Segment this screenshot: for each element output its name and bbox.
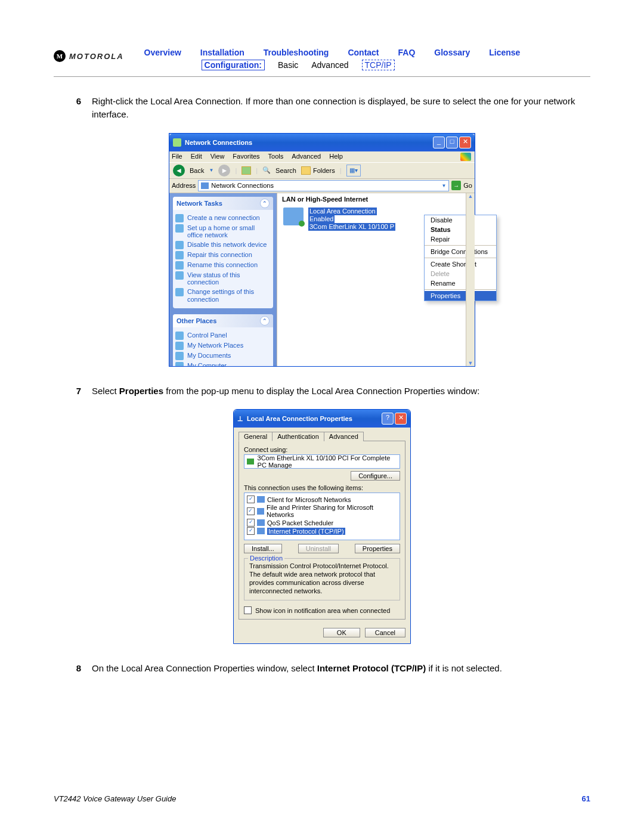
step-7: 7 Select Properties from the pop-up menu… <box>64 385 580 398</box>
titlebar[interactable]: ⊥ Local Area Connection Properties ? ✕ <box>234 410 410 428</box>
search-label[interactable]: Search <box>275 167 296 174</box>
nic-icon <box>247 459 254 465</box>
task-icon <box>175 261 184 270</box>
place-item[interactable]: Control Panel <box>175 332 271 340</box>
tab-authentication[interactable]: Authentication <box>272 432 324 441</box>
component-icon <box>257 496 265 503</box>
tab-advanced[interactable]: Advanced <box>324 432 364 441</box>
checkbox-icon[interactable]: ✓ <box>247 507 255 515</box>
nav-license[interactable]: License <box>489 48 520 57</box>
menu-edit[interactable]: Edit <box>191 153 202 161</box>
lan-connection-adapter: 3Com EtherLink XL 10/100 P <box>308 223 395 231</box>
place-item[interactable]: My Documents <box>175 352 271 360</box>
nav-troubleshooting[interactable]: Troubleshooting <box>264 48 329 57</box>
install-button[interactable]: Install... <box>244 544 282 553</box>
properties-button[interactable]: Properties <box>355 544 400 553</box>
task-item[interactable]: Change settings of this connection <box>175 288 271 303</box>
list-item[interactable]: ✓Client for Microsoft Networks <box>247 496 397 503</box>
view-button[interactable]: ▦▾ <box>346 165 361 176</box>
address-label: Address <box>172 182 196 189</box>
tab-general[interactable]: General <box>239 432 273 441</box>
task-item[interactable]: View status of this connection <box>175 271 271 286</box>
go-button[interactable]: → <box>451 181 461 190</box>
address-icon <box>201 182 209 189</box>
config-tcpip[interactable]: TCP/IP <box>362 60 395 70</box>
back-button[interactable]: ◄ <box>173 165 185 176</box>
menu-bridge[interactable]: Bridge Connections <box>425 247 496 256</box>
place-item[interactable]: My Network Places <box>175 342 271 350</box>
other-places-panel: Other Places ⌃ Control Panel My Network … <box>173 314 273 366</box>
task-item[interactable]: Rename this connection <box>175 261 271 270</box>
menu-properties[interactable]: Properties <box>425 291 496 301</box>
close-button[interactable]: ✕ <box>459 137 471 148</box>
dropdown-icon[interactable]: ▼ <box>441 183 446 188</box>
back-dropdown-icon[interactable]: ▼ <box>209 168 213 173</box>
collapse-icon[interactable]: ⌃ <box>260 316 270 326</box>
go-label[interactable]: Go <box>463 182 472 189</box>
nav-faq[interactable]: FAQ <box>398 48 416 57</box>
menu-rename[interactable]: Rename <box>425 278 496 288</box>
menu-repair[interactable]: Repair <box>425 234 496 244</box>
configure-button[interactable]: Configure... <box>351 471 400 481</box>
items-listbox[interactable]: ✓Client for Microsoft Networks ✓File and… <box>244 493 400 540</box>
checkbox-icon[interactable]: ✓ <box>247 496 255 503</box>
nav-contact[interactable]: Contact <box>348 48 379 57</box>
close-button[interactable]: ✕ <box>395 413 407 425</box>
menu-separator <box>425 289 496 290</box>
content-pane: LAN or High-Speed Internet Local Area Co… <box>277 193 475 366</box>
maximize-button[interactable]: □ <box>446 137 458 148</box>
search-icon[interactable]: 🔍 <box>262 166 271 174</box>
config-advanced[interactable]: Advanced <box>311 60 348 70</box>
nav-overview[interactable]: Overview <box>144 48 181 57</box>
menu-view[interactable]: View <box>210 153 225 161</box>
menu-tools[interactable]: Tools <box>268 153 284 161</box>
ok-button[interactable]: OK <box>323 628 360 637</box>
back-label: Back <box>190 167 204 174</box>
titlebar[interactable]: Network Connections _ □ ✕ <box>169 134 475 151</box>
help-button[interactable]: ? <box>382 413 394 425</box>
checkbox-icon[interactable]: ✓ <box>247 519 255 527</box>
list-item-selected[interactable]: ✓Internet Protocol (TCP/IP) <box>247 527 397 535</box>
scrollbar[interactable]: ▲▼ <box>466 193 475 366</box>
nav-installation[interactable]: Installation <box>200 48 244 57</box>
show-icon-option[interactable]: Show icon in notification area when conn… <box>244 606 400 614</box>
menu-advanced[interactable]: Advanced <box>292 153 321 161</box>
task-item[interactable]: Set up a home or small office network <box>175 224 271 239</box>
menu-help[interactable]: Help <box>329 153 343 161</box>
place-icon <box>175 342 184 350</box>
minimize-button[interactable]: _ <box>433 137 445 148</box>
folder-icon <box>301 166 311 175</box>
list-item[interactable]: ✓File and Printer Sharing for Microsoft … <box>247 504 397 518</box>
tab-pane: Connect using: 3Com EtherLink XL 10/100 … <box>239 441 405 620</box>
place-icon <box>175 352 184 360</box>
network-icon <box>173 138 181 147</box>
checkbox-icon[interactable] <box>244 606 252 614</box>
task-icon <box>175 288 184 296</box>
up-folder-icon[interactable] <box>242 166 251 175</box>
task-item[interactable]: Create a new connection <box>175 214 271 222</box>
description-text: Transmission Control Protocol/Internet P… <box>249 562 395 595</box>
menu-separator <box>425 245 496 246</box>
collapse-icon[interactable]: ⌃ <box>260 199 270 208</box>
menu-status[interactable]: Status <box>425 225 496 234</box>
menu-favorites[interactable]: Favorites <box>233 153 259 161</box>
place-item[interactable]: My Computer <box>175 362 271 366</box>
nav-glossary[interactable]: Glossary <box>434 48 470 57</box>
lan-connection-status: Enabled <box>308 215 335 223</box>
task-item[interactable]: Repair this connection <box>175 251 271 259</box>
address-input[interactable]: Network Connections ▼ <box>198 180 449 191</box>
nic-field[interactable]: 3Com EtherLink XL 10/100 PCI For Complet… <box>244 454 400 469</box>
cancel-button[interactable]: Cancel <box>365 628 405 637</box>
other-places-header: Other Places <box>177 317 216 324</box>
folders-button[interactable]: Folders <box>301 166 335 175</box>
menu-shortcut[interactable]: Create Shortcut <box>425 259 496 269</box>
top-nav: Overview Installation Troubleshooting Co… <box>142 48 590 70</box>
checkbox-icon[interactable]: ✓ <box>247 527 255 535</box>
menu-disable[interactable]: Disable <box>425 215 496 225</box>
list-item[interactable]: ✓QoS Packet Scheduler <box>247 519 397 527</box>
forward-button[interactable]: ► <box>218 165 230 176</box>
task-icon <box>175 271 184 280</box>
task-item[interactable]: Disable this network device <box>175 241 271 249</box>
menu-file[interactable]: File <box>172 153 182 161</box>
config-basic[interactable]: Basic <box>278 60 298 70</box>
